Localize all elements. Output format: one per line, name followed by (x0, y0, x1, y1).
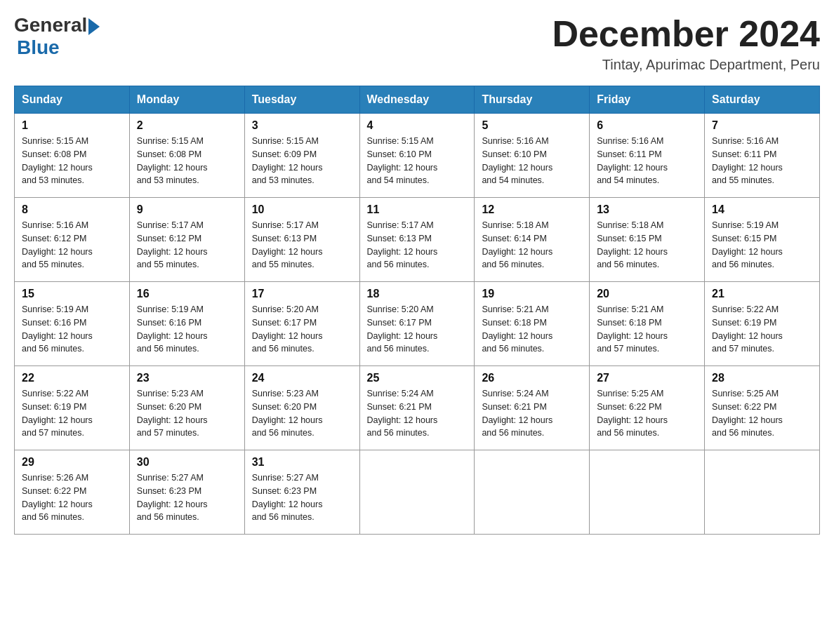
location-subtitle: Tintay, Apurimac Department, Peru (552, 57, 820, 73)
header-sunday: Sunday (15, 86, 130, 114)
calendar-cell: 1 Sunrise: 5:15 AM Sunset: 6:08 PM Dayli… (15, 114, 130, 198)
calendar-cell: 2 Sunrise: 5:15 AM Sunset: 6:08 PM Dayli… (129, 114, 244, 198)
logo-arrow-icon (88, 18, 100, 35)
calendar-cell (359, 450, 475, 535)
calendar-cell: 24 Sunrise: 5:23 AM Sunset: 6:20 PM Dayl… (244, 366, 359, 450)
day-number: 18 (367, 288, 468, 300)
day-info: Sunrise: 5:21 AM Sunset: 6:18 PM Dayligh… (482, 303, 582, 356)
day-info: Sunrise: 5:26 AM Sunset: 6:22 PM Dayligh… (22, 471, 122, 524)
day-info: Sunrise: 5:15 AM Sunset: 6:08 PM Dayligh… (22, 135, 122, 187)
day-info: Sunrise: 5:19 AM Sunset: 6:16 PM Dayligh… (22, 303, 122, 356)
day-number: 14 (712, 203, 812, 216)
title-block: December 2024 Tintay, Apurimac Departmen… (552, 14, 820, 73)
day-number: 22 (22, 372, 122, 384)
day-number: 1 (22, 119, 122, 132)
calendar-cell: 29 Sunrise: 5:26 AM Sunset: 6:22 PM Dayl… (15, 450, 130, 535)
calendar-cell: 11 Sunrise: 5:17 AM Sunset: 6:13 PM Dayl… (359, 198, 475, 282)
day-info: Sunrise: 5:25 AM Sunset: 6:22 PM Dayligh… (712, 387, 812, 440)
day-info: Sunrise: 5:15 AM Sunset: 6:08 PM Dayligh… (137, 135, 237, 187)
day-number: 5 (482, 119, 582, 132)
calendar-cell: 16 Sunrise: 5:19 AM Sunset: 6:16 PM Dayl… (129, 282, 244, 366)
calendar-cell: 10 Sunrise: 5:17 AM Sunset: 6:13 PM Dayl… (244, 198, 359, 282)
day-number: 25 (367, 372, 468, 384)
calendar-cell: 31 Sunrise: 5:27 AM Sunset: 6:23 PM Dayl… (244, 450, 359, 535)
day-number: 9 (137, 203, 237, 216)
calendar-cell: 19 Sunrise: 5:21 AM Sunset: 6:18 PM Dayl… (475, 282, 590, 366)
calendar-cell: 6 Sunrise: 5:16 AM Sunset: 6:11 PM Dayli… (590, 114, 705, 198)
logo-general: General (14, 14, 87, 36)
day-info: Sunrise: 5:16 AM Sunset: 6:10 PM Dayligh… (482, 135, 582, 187)
logo-blue: Blue (17, 36, 60, 59)
header-tuesday: Tuesday (244, 86, 359, 114)
day-number: 20 (597, 288, 697, 300)
day-info: Sunrise: 5:23 AM Sunset: 6:20 PM Dayligh… (137, 387, 237, 440)
calendar-cell: 12 Sunrise: 5:18 AM Sunset: 6:14 PM Dayl… (475, 198, 590, 282)
day-number: 23 (137, 372, 237, 384)
page-header: General Blue December 2024 Tintay, Apuri… (14, 14, 820, 73)
day-info: Sunrise: 5:16 AM Sunset: 6:11 PM Dayligh… (597, 135, 697, 187)
day-number: 26 (482, 372, 582, 384)
day-number: 4 (367, 119, 468, 132)
calendar-cell: 9 Sunrise: 5:17 AM Sunset: 6:12 PM Dayli… (129, 198, 244, 282)
calendar-table: SundayMondayTuesdayWednesdayThursdayFrid… (14, 86, 820, 535)
calendar-cell: 21 Sunrise: 5:22 AM Sunset: 6:19 PM Dayl… (705, 282, 820, 366)
header-wednesday: Wednesday (359, 86, 475, 114)
calendar-cell (475, 450, 590, 535)
day-number: 3 (252, 119, 352, 132)
day-info: Sunrise: 5:18 AM Sunset: 6:15 PM Dayligh… (597, 219, 697, 271)
calendar-cell: 20 Sunrise: 5:21 AM Sunset: 6:18 PM Dayl… (590, 282, 705, 366)
calendar-cell: 26 Sunrise: 5:24 AM Sunset: 6:21 PM Dayl… (475, 366, 590, 450)
calendar-cell: 25 Sunrise: 5:24 AM Sunset: 6:21 PM Dayl… (359, 366, 475, 450)
day-info: Sunrise: 5:15 AM Sunset: 6:10 PM Dayligh… (367, 135, 468, 187)
calendar-cell (705, 450, 820, 535)
calendar-cell: 23 Sunrise: 5:23 AM Sunset: 6:20 PM Dayl… (129, 366, 244, 450)
calendar-cell: 15 Sunrise: 5:19 AM Sunset: 6:16 PM Dayl… (15, 282, 130, 366)
week-row-2: 8 Sunrise: 5:16 AM Sunset: 6:12 PM Dayli… (15, 198, 820, 282)
day-number: 15 (22, 288, 122, 300)
day-number: 13 (597, 203, 697, 216)
month-title: December 2024 (552, 14, 820, 54)
calendar-cell: 28 Sunrise: 5:25 AM Sunset: 6:22 PM Dayl… (705, 366, 820, 450)
calendar-cell: 18 Sunrise: 5:20 AM Sunset: 6:17 PM Dayl… (359, 282, 475, 366)
calendar-cell: 4 Sunrise: 5:15 AM Sunset: 6:10 PM Dayli… (359, 114, 475, 198)
day-number: 27 (597, 372, 697, 384)
day-number: 2 (137, 119, 237, 132)
calendar-cell: 27 Sunrise: 5:25 AM Sunset: 6:22 PM Dayl… (590, 366, 705, 450)
header-monday: Monday (129, 86, 244, 114)
day-info: Sunrise: 5:16 AM Sunset: 6:12 PM Dayligh… (22, 219, 122, 271)
day-info: Sunrise: 5:25 AM Sunset: 6:22 PM Dayligh… (597, 387, 697, 440)
day-number: 16 (137, 288, 237, 300)
header-friday: Friday (590, 86, 705, 114)
day-info: Sunrise: 5:15 AM Sunset: 6:09 PM Dayligh… (252, 135, 352, 187)
calendar-cell: 17 Sunrise: 5:20 AM Sunset: 6:17 PM Dayl… (244, 282, 359, 366)
calendar-body: 1 Sunrise: 5:15 AM Sunset: 6:08 PM Dayli… (15, 114, 820, 535)
week-row-5: 29 Sunrise: 5:26 AM Sunset: 6:22 PM Dayl… (15, 450, 820, 535)
day-info: Sunrise: 5:21 AM Sunset: 6:18 PM Dayligh… (597, 303, 697, 356)
calendar-cell: 22 Sunrise: 5:22 AM Sunset: 6:19 PM Dayl… (15, 366, 130, 450)
day-info: Sunrise: 5:22 AM Sunset: 6:19 PM Dayligh… (22, 387, 122, 440)
day-info: Sunrise: 5:23 AM Sunset: 6:20 PM Dayligh… (252, 387, 352, 440)
day-number: 8 (22, 203, 122, 216)
header-thursday: Thursday (475, 86, 590, 114)
day-info: Sunrise: 5:17 AM Sunset: 6:12 PM Dayligh… (137, 219, 237, 271)
day-number: 7 (712, 119, 812, 132)
week-row-4: 22 Sunrise: 5:22 AM Sunset: 6:19 PM Dayl… (15, 366, 820, 450)
day-info: Sunrise: 5:17 AM Sunset: 6:13 PM Dayligh… (252, 219, 352, 271)
calendar-cell: 13 Sunrise: 5:18 AM Sunset: 6:15 PM Dayl… (590, 198, 705, 282)
day-info: Sunrise: 5:24 AM Sunset: 6:21 PM Dayligh… (482, 387, 582, 440)
day-number: 24 (252, 372, 352, 384)
day-info: Sunrise: 5:22 AM Sunset: 6:19 PM Dayligh… (712, 303, 812, 356)
day-number: 29 (22, 456, 122, 469)
day-number: 11 (367, 203, 468, 216)
day-info: Sunrise: 5:20 AM Sunset: 6:17 PM Dayligh… (252, 303, 352, 356)
calendar-cell: 5 Sunrise: 5:16 AM Sunset: 6:10 PM Dayli… (475, 114, 590, 198)
logo: General Blue (14, 14, 100, 59)
calendar-cell: 7 Sunrise: 5:16 AM Sunset: 6:11 PM Dayli… (705, 114, 820, 198)
day-info: Sunrise: 5:20 AM Sunset: 6:17 PM Dayligh… (367, 303, 468, 356)
day-info: Sunrise: 5:24 AM Sunset: 6:21 PM Dayligh… (367, 387, 468, 440)
calendar-cell: 8 Sunrise: 5:16 AM Sunset: 6:12 PM Dayli… (15, 198, 130, 282)
calendar-header-row: SundayMondayTuesdayWednesdayThursdayFrid… (15, 86, 820, 114)
week-row-3: 15 Sunrise: 5:19 AM Sunset: 6:16 PM Dayl… (15, 282, 820, 366)
calendar-cell: 30 Sunrise: 5:27 AM Sunset: 6:23 PM Dayl… (129, 450, 244, 535)
day-number: 6 (597, 119, 697, 132)
